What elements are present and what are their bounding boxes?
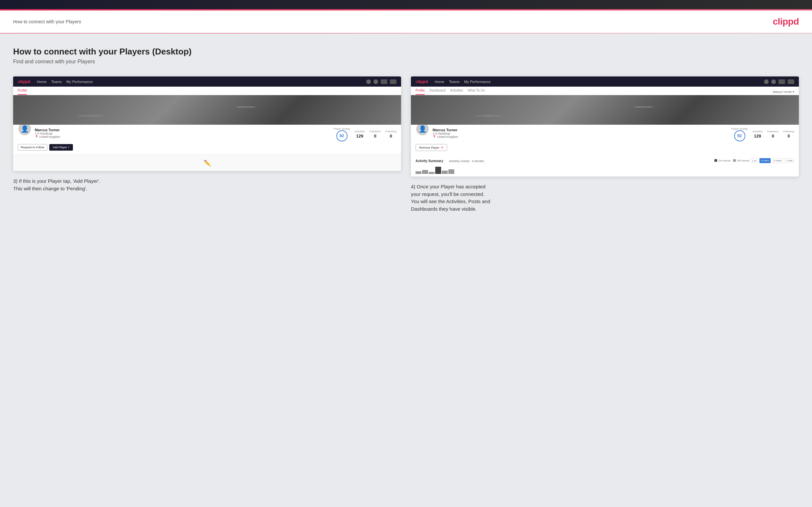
remove-player-button[interactable]: Remove Player ✕ bbox=[415, 144, 447, 151]
profile-icon-2[interactable] bbox=[788, 79, 794, 84]
page-title: How to connect with your Players (Deskto… bbox=[13, 47, 799, 57]
period-1mth[interactable]: 1 mth bbox=[784, 158, 794, 163]
search-icon-1[interactable] bbox=[366, 79, 371, 84]
app-navbar-1: clippd Home Teams My Performance bbox=[13, 76, 401, 87]
app-navbar-2: clippd Home Teams My Performance bbox=[411, 76, 799, 87]
bar-5 bbox=[442, 171, 448, 174]
player-location-2: 📍 United Kingdom bbox=[433, 135, 458, 138]
main-content: How to connect with your Players (Deskto… bbox=[0, 34, 812, 507]
tab-what-to-on[interactable]: What To On bbox=[468, 89, 485, 95]
top-bar bbox=[0, 0, 812, 9]
profile-banner-2 bbox=[411, 95, 799, 125]
pencil-icon: ✏️ bbox=[204, 160, 211, 167]
stat-followers-1: Followers 0 bbox=[369, 130, 381, 139]
nav-teams-2[interactable]: Teams bbox=[449, 80, 460, 84]
tab-activities[interactable]: Activities bbox=[450, 89, 463, 95]
banner-overlay-2 bbox=[411, 95, 799, 125]
bar-2 bbox=[422, 170, 428, 174]
remove-x-icon: ✕ bbox=[441, 146, 444, 149]
app-nav-right-1 bbox=[366, 79, 397, 84]
profile-actions-2: Remove Player ✕ bbox=[415, 144, 794, 151]
period-1yr[interactable]: 1 yr bbox=[751, 158, 758, 163]
app-logo-1: clippd bbox=[18, 79, 30, 84]
app-tabs-1: Profile bbox=[13, 87, 401, 95]
app-screenshot-2: clippd Home Teams My Performance bbox=[411, 76, 799, 177]
stat-followers-2: Followers 0 bbox=[767, 130, 778, 139]
period-3mths[interactable]: 3 mths bbox=[772, 158, 783, 163]
stat-activities-2: Activities 129 bbox=[752, 130, 763, 139]
app-screenshot-1: clippd Home Teams My Performance bbox=[13, 76, 401, 171]
nav-home-2[interactable]: Home bbox=[435, 80, 444, 84]
user-icon-1[interactable] bbox=[373, 79, 378, 84]
profile-info-area-2: 👤 Marcus Turner 1-5 Handicap 📍 United Ki… bbox=[411, 125, 799, 155]
app-nav-right-2 bbox=[764, 79, 794, 84]
tab-profile-1[interactable]: Profile bbox=[18, 89, 27, 95]
profile-top-2: 👤 Marcus Turner 1-5 Handicap 📍 United Ki… bbox=[415, 127, 794, 142]
tab-dashboard[interactable]: Dashboard bbox=[429, 89, 445, 95]
stat-following-2: Following 0 bbox=[783, 130, 794, 139]
stats-row-2: Player Quality 92 Activities 129 Followe… bbox=[731, 127, 794, 142]
page-subtitle: Find and connect with your Players bbox=[13, 59, 799, 65]
period-6mths[interactable]: 6 mths bbox=[759, 158, 771, 163]
nav-performance-2[interactable]: My Performance bbox=[464, 80, 491, 84]
nav-performance-1[interactable]: My Performance bbox=[66, 80, 93, 84]
app-nav-items-2: Home Teams My Performance bbox=[435, 80, 491, 84]
page-header: How to connect with your Players clippd bbox=[0, 10, 812, 33]
bar-3 bbox=[429, 172, 435, 174]
user-icon-2[interactable] bbox=[771, 79, 776, 84]
player-location-1: 📍 United Kingdom bbox=[35, 135, 60, 138]
profile-banner-1 bbox=[13, 95, 401, 125]
profile-top-1: 👤 Marcus Turner 1-5 Handicap 📍 United Ki… bbox=[18, 127, 397, 142]
bar-6 bbox=[448, 169, 454, 174]
player-details-2: Marcus Turner 1-5 Handicap 📍 United King… bbox=[433, 127, 458, 138]
player-name-2: Marcus Turner bbox=[433, 128, 458, 132]
clippd-logo: clippd bbox=[773, 16, 799, 27]
avatar-icon-1: 👤 bbox=[21, 125, 29, 133]
profile-actions-1: Request to Follow Add Player + bbox=[18, 144, 397, 151]
request-follow-button[interactable]: Request to Follow bbox=[18, 144, 47, 151]
player-details-1: Marcus Turner 1-5 Handicap 📍 United King… bbox=[35, 127, 60, 138]
caption-4: 4) Once your Player has accepted your re… bbox=[411, 183, 799, 213]
tab-profile-2[interactable]: Profile bbox=[415, 89, 425, 95]
add-player-button[interactable]: Add Player + bbox=[49, 144, 73, 151]
stat-following-1: Following 0 bbox=[385, 130, 397, 139]
quality-circle-1: 92 bbox=[336, 130, 348, 142]
search-icon-2[interactable] bbox=[764, 79, 769, 84]
avatar-icon-2: 👤 bbox=[418, 125, 427, 133]
profile-info-area-1: 👤 Marcus Turner 1-5 Handicap 📍 United Ki… bbox=[13, 125, 401, 155]
player-handicap-2: 1-5 Handicap bbox=[433, 132, 458, 135]
bar-4 bbox=[435, 167, 441, 174]
settings-icon-2[interactable] bbox=[778, 79, 785, 84]
marcus-dropdown[interactable]: Marcus Turner ▾ bbox=[773, 89, 794, 95]
nav-home-1[interactable]: Home bbox=[37, 80, 46, 84]
screenshots-row: clippd Home Teams My Performance bbox=[13, 76, 799, 213]
activity-header: Activity Summary Monthly Activity · 6 Mo… bbox=[415, 158, 794, 163]
player-name-1: Marcus Turner bbox=[35, 128, 60, 132]
location-pin-icon-1: 📍 bbox=[35, 135, 39, 138]
banner-overlay-1 bbox=[13, 95, 401, 125]
app-logo-2: clippd bbox=[415, 79, 428, 84]
nav-teams-1[interactable]: Teams bbox=[51, 80, 62, 84]
player-quality-2: Player Quality 92 bbox=[731, 127, 748, 142]
app-nav-items-1: Home Teams My Performance bbox=[37, 80, 93, 84]
player-quality-1: Player Quality 92 bbox=[334, 127, 350, 142]
player-handicap-1: 1-5 Handicap bbox=[35, 132, 60, 135]
settings-icon-1[interactable] bbox=[381, 79, 387, 84]
activity-controls: On course Off course 1 yr 6 mths 3 mths … bbox=[714, 158, 794, 163]
app-tabs-2: Profile Dashboard Activities What To On … bbox=[411, 87, 799, 95]
activity-title-group: Activity Summary Monthly Activity · 6 Mo… bbox=[415, 158, 484, 163]
profile-icon-1[interactable] bbox=[390, 79, 397, 84]
quality-circle-2: 92 bbox=[734, 130, 745, 142]
tabs-left-group: Profile Dashboard Activities What To On bbox=[415, 89, 485, 95]
activity-bars bbox=[415, 165, 794, 174]
screenshot-block-1: clippd Home Teams My Performance bbox=[13, 76, 401, 213]
screenshot-bottom-1: ✏️ bbox=[13, 155, 401, 171]
off-course-legend bbox=[733, 159, 736, 162]
stat-activities-1: Activities 129 bbox=[354, 130, 365, 139]
activity-summary: Activity Summary Monthly Activity · 6 Mo… bbox=[411, 155, 799, 177]
on-course-legend bbox=[714, 159, 717, 162]
bar-1 bbox=[415, 171, 421, 174]
screenshot-block-2: clippd Home Teams My Performance bbox=[411, 76, 799, 213]
caption-3: 3) If this is your Player tap, 'Add Play… bbox=[13, 177, 401, 192]
stats-row-1: Player Quality 92 Activities 129 Followe… bbox=[334, 127, 397, 142]
